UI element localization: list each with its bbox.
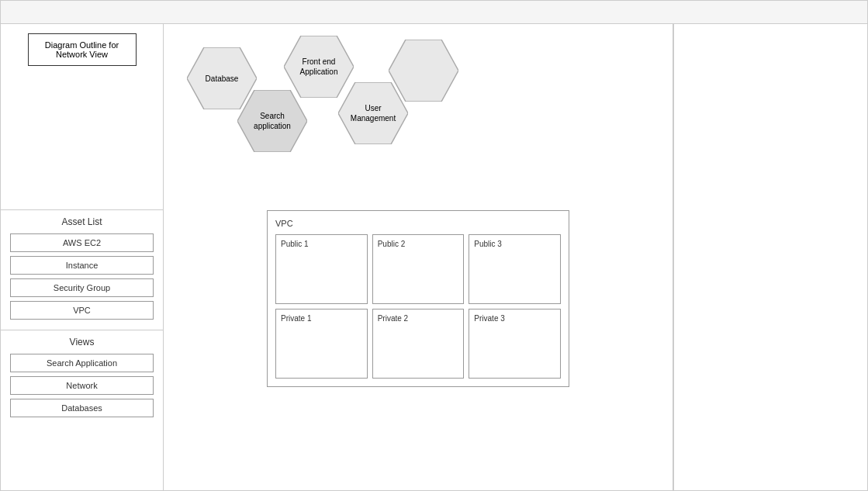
sidebar: Diagram Outline for Network View Asset L… [1, 24, 164, 490]
vpc-container: VPC Public 1 Public 2 Public 3 Private 1 [267, 210, 569, 387]
asset-instance-button[interactable]: Instance [10, 256, 154, 275]
views-label: Views [10, 337, 154, 348]
subnet-public-1: Public 1 [275, 234, 368, 304]
diagram-outline-area: Diagram Outline for Network View [1, 24, 163, 210]
canvas-area[interactable]: Database Front endApplication Searchappl… [164, 24, 673, 490]
subnet-public-2: Public 2 [372, 234, 465, 304]
hex-database-label: Database [206, 74, 239, 83]
top-bar [1, 1, 867, 24]
subnet-public-3: Public 3 [469, 234, 561, 304]
main-content: Diagram Outline for Network View Asset L… [1, 24, 867, 490]
asset-security-group-button[interactable]: Security Group [10, 278, 154, 297]
views-section: Views Search Application Network Databas… [1, 330, 163, 427]
svg-marker-4 [389, 40, 458, 102]
hex-extra-shape [389, 40, 458, 102]
subnet-private-3: Private 3 [469, 309, 561, 379]
view-network-button[interactable]: Network [10, 376, 154, 395]
app-window: Diagram Outline for Network View Asset L… [0, 0, 868, 491]
view-search-application-button[interactable]: Search Application [10, 354, 154, 372]
hexagons-area: Database Front endApplication Searchappl… [183, 36, 509, 199]
asset-list-label: Asset List [10, 216, 154, 227]
vpc-label: VPC [275, 219, 561, 228]
hex-extra [389, 40, 458, 102]
subnet-private-1: Private 1 [275, 309, 368, 379]
diagram-outline-box: Diagram Outline for Network View [28, 33, 137, 66]
subnet-private-2: Private 2 [372, 309, 465, 379]
hex-usermgmt-label: UserManagement [351, 103, 396, 123]
asset-vpc-button[interactable]: VPC [10, 301, 154, 320]
hex-frontend-label: Front endApplication [300, 57, 338, 77]
asset-list-section: Asset List AWS EC2 Instance Security Gro… [1, 210, 163, 330]
right-panel [673, 24, 867, 490]
diagram-outline-label: Diagram Outline for Network View [45, 40, 119, 59]
asset-aws-ec2-button[interactable]: AWS EC2 [10, 233, 154, 252]
hex-search-label: Searchapplication [254, 111, 291, 131]
subnet-grid: Public 1 Public 2 Public 3 Private 1 Pri… [275, 234, 561, 379]
view-databases-button[interactable]: Databases [10, 399, 154, 417]
hex-search: Searchapplication [237, 90, 307, 152]
